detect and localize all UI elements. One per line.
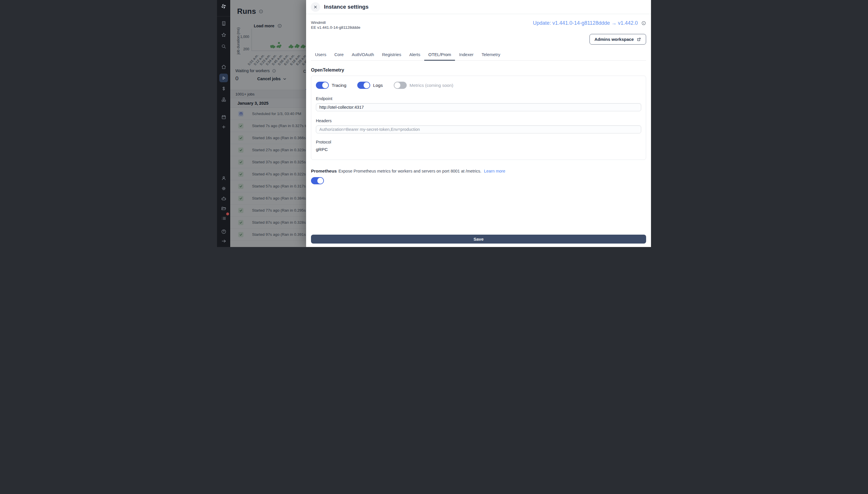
sidebar-item-collapse-arrow-right-icon[interactable] [219, 236, 228, 245]
toggle-row-tracing: Tracing [316, 82, 346, 89]
scheduled-calendar-icon [238, 111, 243, 116]
save-button[interactable]: Save [311, 235, 646, 244]
drawer-title: Instance settings [324, 4, 369, 10]
success-check-icon [238, 135, 243, 140]
y-axis-tick: 200 [237, 47, 249, 51]
variables-dollar-icon [221, 86, 226, 92]
tab-otel-prom[interactable]: OTEL/Prom [424, 50, 455, 61]
scatter-dot [296, 44, 298, 46]
workspace-building-icon [221, 21, 226, 26]
chevron-down-icon [282, 77, 287, 81]
tab-core[interactable]: Core [330, 50, 348, 61]
scatter-dot [270, 45, 272, 47]
sidebar-divider [217, 16, 230, 16]
close-button[interactable] [311, 2, 320, 12]
success-check-icon [238, 232, 243, 237]
scatter-dot [279, 44, 281, 46]
audit-logs-list-icon [221, 216, 226, 221]
sidebar-item-help-question-icon[interactable] [219, 227, 228, 236]
tab-users[interactable]: Users [311, 50, 330, 61]
external-link-icon [637, 37, 641, 42]
update-link[interactable]: Update: v1.441.0-14-g81128ddde → v1.442.… [533, 20, 638, 26]
sidebar-item-home-icon[interactable] [219, 62, 228, 71]
ai-robot-icon [221, 196, 226, 201]
protocol-value: gRPC [316, 147, 641, 152]
success-check-icon [238, 124, 243, 129]
tab-alerts[interactable]: Alerts [405, 50, 424, 61]
waiting-for-workers-label: Waiting for workers [235, 69, 270, 73]
search-icon [221, 44, 226, 49]
sidebar-item-search-icon[interactable] [219, 42, 228, 51]
job-row-text: Scheduled for 1/3, 03:40 PM [252, 112, 301, 116]
folders-icon [221, 206, 226, 211]
schedules-calendar-icon [221, 114, 226, 120]
load-more-info-icon[interactable] [277, 23, 282, 28]
toggle-row-metrics: Metrics (coming soon) [394, 82, 453, 89]
page-title: Runs [237, 7, 256, 16]
logs-toggle[interactable] [357, 82, 370, 89]
tab-registries[interactable]: Registries [378, 50, 405, 61]
version-block: Windmill EE v1.441.0-14-g81128ddde [311, 20, 360, 30]
scatter-dot [278, 42, 280, 44]
admins-workspace-button[interactable]: Admins workspace [590, 34, 646, 44]
toggle-knob [394, 82, 400, 88]
chart-y-axis-line [252, 29, 252, 51]
update-info-icon[interactable] [641, 21, 646, 25]
endpoint-label: Endpoint [316, 96, 641, 101]
endpoint-input[interactable] [316, 103, 641, 111]
sidebar-item-add-plus-icon[interactable] [219, 122, 228, 131]
learn-more-link[interactable]: Learn more [484, 169, 505, 173]
sidebar-item-variables-dollar-icon[interactable] [219, 84, 228, 93]
tab-telemetry[interactable]: Telemetry [478, 50, 505, 61]
waiting-info-icon[interactable] [272, 69, 276, 73]
cancel-jobs-label: Cancel jobs [257, 76, 280, 81]
toggle-label: Metrics (coming soon) [410, 83, 453, 88]
protocol-label: Protocol [316, 140, 641, 144]
toggle-label: Tracing [332, 83, 346, 88]
collapse-arrow-right-icon [221, 239, 226, 244]
sidebar-item-ai-robot-icon[interactable] [219, 194, 228, 203]
success-check-icon [238, 172, 243, 177]
sidebar-item-favorites-star-icon[interactable] [219, 31, 228, 39]
sidebar-item-folders-icon[interactable] [219, 204, 228, 212]
chart-y-axis-label: job duration (ms) [236, 23, 240, 58]
sidebar-item-resources-blocks-icon[interactable] [219, 95, 228, 104]
users-person-icon [221, 175, 226, 181]
sidebar-item-workspace-building-icon[interactable] [219, 19, 228, 27]
prometheus-description: Expose Prometheus metrics for workers an… [339, 169, 481, 173]
success-check-icon [238, 159, 243, 165]
app-name: Windmill [311, 20, 360, 25]
tab-auth-oauth[interactable]: Auth/OAuth [348, 50, 378, 61]
sidebar-item-audit-logs-list-icon[interactable] [219, 214, 228, 223]
sidebar-item-schedules-calendar-icon[interactable] [219, 113, 228, 121]
jobs-count-label: 1001+ jobs [235, 92, 254, 96]
date-header: January 3, 2025 [237, 101, 269, 106]
opentelemetry-heading: OpenTelemetry [311, 68, 646, 73]
sidebar-item-runs-play-icon[interactable] [219, 74, 228, 82]
app-screen: Runs Load more job duration (ms) 1,00020… [217, 0, 651, 247]
home-icon [221, 64, 226, 70]
success-check-icon [238, 184, 243, 189]
add-plus-icon [221, 124, 226, 130]
notification-badge [226, 212, 229, 215]
load-more-button[interactable]: Load more [254, 23, 275, 28]
app-version: EE v1.441.0-14-g81128ddde [311, 25, 360, 30]
windmill-logo-icon [220, 3, 227, 10]
headers-input[interactable] [316, 126, 641, 133]
runs-play-icon [221, 75, 226, 81]
tracing-toggle[interactable] [316, 82, 329, 89]
favorites-star-icon [221, 32, 226, 38]
prometheus-toggle[interactable] [311, 177, 324, 184]
sidebar-item-settings-gear-icon[interactable] [219, 184, 228, 193]
runs-info-icon[interactable] [259, 9, 263, 14]
scatter-dot [272, 45, 274, 47]
sidebar-item-users-person-icon[interactable] [219, 174, 228, 182]
cancel-jobs-button[interactable]: Cancel jobs [257, 76, 287, 81]
toggle-label: Logs [373, 83, 383, 88]
help-question-icon [221, 229, 226, 234]
sidebar-item-windmill-logo-icon[interactable] [219, 2, 228, 11]
headers-label: Headers [316, 118, 641, 123]
tab-indexer[interactable]: Indexer [455, 50, 477, 61]
admins-workspace-label: Admins workspace [594, 37, 634, 42]
metrics-toggle [394, 82, 407, 89]
